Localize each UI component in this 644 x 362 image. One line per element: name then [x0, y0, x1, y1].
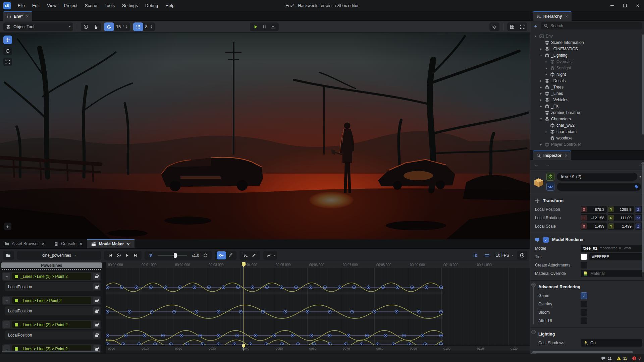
grid-snap-button[interactable]: [133, 22, 143, 31]
caret-right-icon[interactable]: ▸: [539, 98, 543, 102]
track-header-2[interactable]: −_Lines > Line (2) > Point 2: [2, 320, 101, 329]
back-button[interactable]: ←: [534, 162, 539, 168]
tree-item--lines[interactable]: ▸_Lines: [530, 90, 644, 97]
errors-status[interactable]: 0: [632, 356, 641, 361]
caret-right-icon[interactable]: ▸: [539, 105, 543, 108]
tab-inspector[interactable]: Inspector ✕: [533, 150, 571, 160]
layout-button[interactable]: [507, 22, 517, 31]
tree-item--trees[interactable]: ▸_Trees: [530, 84, 644, 90]
track-name-tag[interactable]: _Lines > Line > Point 2: [12, 297, 91, 304]
close-button[interactable]: ✕: [631, 0, 644, 11]
inspector-tab-close-icon[interactable]: ✕: [565, 154, 568, 158]
tree-item--cinematics[interactable]: ▸_CINEMATICS: [530, 46, 644, 52]
track-property-0[interactable]: LocalPosition: [5, 282, 101, 291]
tree-item--decals[interactable]: ▸_Decals: [530, 77, 644, 84]
tree-item-woodaxe[interactable]: woodaxe: [530, 135, 644, 141]
tab-env[interactable]: Env* ✕: [3, 11, 32, 21]
transform-cell-y[interactable]: Y1298.5: [608, 206, 634, 213]
property-lock-button[interactable]: [93, 331, 100, 339]
property-lock-button[interactable]: [93, 283, 100, 290]
rotation-snap-stepper[interactable]: ▲▼: [125, 25, 128, 29]
viewport-add-button[interactable]: +: [4, 223, 11, 230]
inspector-hscrollbar[interactable]: [532, 351, 633, 353]
scale-tool-button[interactable]: [3, 58, 12, 66]
globe-button[interactable]: [81, 22, 91, 31]
object-name-field[interactable]: tree_01 (2): [557, 173, 637, 181]
caret-right-icon[interactable]: ▸: [544, 73, 548, 76]
collapse-lighting-icon[interactable]: −: [531, 330, 536, 334]
tree-item-env[interactable]: ▾Env: [530, 33, 644, 39]
network-button[interactable]: [489, 22, 499, 31]
collapse-track-button[interactable]: −: [3, 321, 10, 328]
tint-color-swatch[interactable]: [581, 253, 587, 260]
component-enabled-checkbox[interactable]: ✓: [543, 237, 549, 243]
menu-item-scene[interactable]: Scene: [81, 0, 101, 11]
slider-handle[interactable]: [174, 253, 177, 258]
track-group-handle[interactable]: [2, 269, 101, 270]
forward-button[interactable]: →: [545, 162, 550, 168]
caret-right-icon[interactable]: ▸: [539, 143, 543, 146]
collapse-track-button[interactable]: −: [3, 297, 10, 304]
object-options-chevron-icon[interactable]: ▾: [640, 175, 641, 178]
hierarchy-search[interactable]: [541, 22, 642, 29]
loop-button[interactable]: [147, 251, 155, 259]
caret-right-icon[interactable]: ▸: [544, 66, 548, 70]
tree-item-night[interactable]: ▸Night: [530, 71, 644, 77]
after-ui-checkbox[interactable]: [581, 317, 587, 324]
tab-asset-browser[interactable]: Asset Browser✕: [0, 239, 49, 248]
property-lock-button[interactable]: [93, 307, 100, 314]
caret-right-icon[interactable]: ▸: [539, 92, 543, 95]
track-lock-button[interactable]: [93, 297, 100, 304]
track-name-tag[interactable]: _Lines > Line (1) > Point 2: [12, 273, 91, 280]
warnings-status[interactable]: 11: [616, 356, 627, 361]
caret-down-icon[interactable]: ▾: [539, 117, 543, 121]
move-tool-button[interactable]: [3, 36, 12, 44]
transform-cell-x[interactable]: ↕-12.158: [581, 214, 607, 221]
tree-item-player-controller[interactable]: ▸Player Controller: [530, 141, 644, 147]
grid-snap-value[interactable]: 8: [143, 24, 150, 29]
track-header-0[interactable]: −_Lines > Line (1) > Point 2: [2, 272, 101, 281]
track-property-2[interactable]: LocalPosition: [5, 330, 101, 340]
go-to-start-button[interactable]: [106, 251, 114, 259]
transform-cell-y[interactable]: ↻111.09: [608, 214, 634, 221]
cast-shadows-dropdown[interactable]: On: [581, 339, 642, 347]
frame-ruler[interactable]: 0000001000200030004000500060007000800090…: [106, 345, 530, 351]
timeline-body[interactable]: [106, 268, 530, 345]
tags-field[interactable]: [557, 183, 641, 191]
edit-keyframes-button[interactable]: [250, 251, 258, 259]
play-game-button[interactable]: [251, 22, 260, 31]
inspector-scrollbar[interactable]: [642, 162, 644, 273]
interpolation-button[interactable]: [265, 251, 274, 259]
pause-game-button[interactable]: [260, 22, 269, 31]
clip-browser-button[interactable]: [3, 251, 14, 260]
caret-right-icon[interactable]: ▸: [544, 60, 548, 63]
clip-selector[interactable]: cine_powerlines ▾: [17, 251, 101, 260]
hierarchy-scrollbar[interactable]: [642, 34, 644, 135]
caret-right-icon[interactable]: ▸: [544, 130, 548, 133]
transform-cell-x[interactable]: X-879.3: [581, 206, 607, 213]
create-attachments-checkbox[interactable]: [581, 262, 587, 268]
menu-item-file[interactable]: File: [14, 0, 29, 11]
tree-item-characters[interactable]: ▾Characters: [530, 116, 644, 122]
add-track-button[interactable]: [241, 251, 250, 259]
playhead[interactable]: [244, 262, 244, 351]
tab-movie-maker[interactable]: Movie Maker✕: [87, 239, 135, 248]
track-list-scrollbar[interactable]: [2, 351, 100, 352]
tree-item-zombie-breathe[interactable]: zombie_breathe: [530, 109, 644, 116]
transform-cell-y[interactable]: Y1.499: [608, 223, 634, 230]
caret-down-icon[interactable]: ▾: [539, 54, 543, 57]
hierarchy-tab-close-icon[interactable]: ✕: [565, 14, 568, 19]
rotation-snap-value[interactable]: 15: [114, 24, 123, 29]
tab-close-icon[interactable]: ✕: [26, 14, 29, 19]
time-display-button[interactable]: [517, 251, 527, 260]
bottom-tab-close-icon[interactable]: ✕: [42, 241, 45, 246]
add-object-button[interactable]: +: [532, 22, 539, 29]
tree-item-char-adam[interactable]: ▸char_adam: [530, 128, 644, 135]
menu-item-project[interactable]: Project: [60, 0, 81, 11]
track-lock-button[interactable]: [93, 273, 100, 280]
game-checkbox[interactable]: ✓: [581, 292, 587, 299]
timeline[interactable]: 00:00.00000:01.00000:02.00000:03.00000:0…: [106, 262, 530, 353]
enable-toggle[interactable]: [546, 173, 554, 181]
caret-right-icon[interactable]: ▸: [539, 47, 543, 51]
fps-selector[interactable]: 10 FPS ▾: [494, 253, 514, 258]
